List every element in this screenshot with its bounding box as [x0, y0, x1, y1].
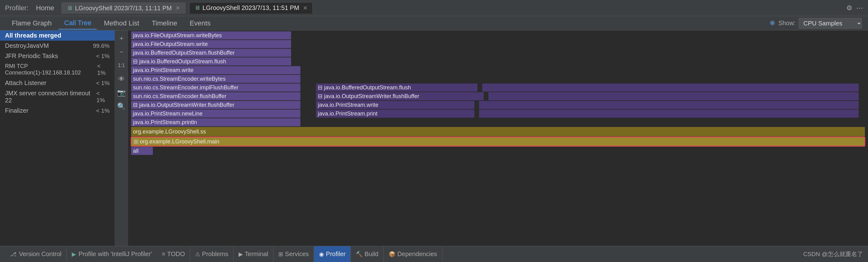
status-todo[interactable]: ≡ TODO: [157, 246, 190, 262]
status-terminal[interactable]: ▶ Terminal: [234, 246, 274, 262]
search-button[interactable]: 🔍: [116, 101, 127, 112]
tab-events[interactable]: Events: [184, 18, 216, 29]
status-services[interactable]: ⊞ Services: [273, 246, 314, 262]
thread-name-all: All threads merged: [5, 32, 61, 39]
show-label: Show:: [778, 20, 796, 27]
flame-bar-streamencoder-writebytes[interactable]: sun.nio.cs.StreamEncoder.writeBytes: [131, 75, 301, 83]
camera-button[interactable]: 📷: [116, 88, 127, 98]
play-icon: ▶: [72, 251, 76, 258]
thread-percent-finalizer: < 1%: [96, 107, 110, 114]
tab-1-close[interactable]: ✕: [176, 5, 180, 11]
problems-icon: ⚠: [195, 251, 200, 258]
flame-row-11: java.io.PrintStream.println: [128, 118, 868, 127]
thread-name-destroyjavavm: DestroyJavaVM: [5, 42, 49, 50]
thread-name-attach: Attach Listener: [5, 79, 46, 87]
flame-bar-fileoutputstream-writebytes[interactable]: java.io.FileOutputStream.writeBytes: [131, 31, 291, 39]
flame-bar-streamencoder-implflusbbuffer[interactable]: sun.nio.cs.StreamEncoder.implFlushBuffer: [131, 84, 301, 92]
settings-icon[interactable]: ⚙: [846, 4, 852, 12]
profiler-label: Profiler:: [5, 4, 29, 12]
side-toolbar: ＋ － 1:1 👁 📷 🔍: [115, 30, 128, 246]
thread-item-jmx[interactable]: JMX server connection timeout 22 < 1%: [0, 88, 115, 105]
thread-item-all[interactable]: All threads merged: [0, 30, 115, 41]
flame-row-4: ⊟ java.io.BufferedOutputStream.flush: [128, 57, 868, 66]
thread-item-jfr[interactable]: JFR Periodic Tasks < 1%: [0, 51, 115, 61]
flame-bar-fileoutputstream-write[interactable]: java.io.FileOutputStream.write: [131, 40, 291, 48]
dependencies-label: Dependencies: [397, 251, 437, 258]
flame-bar-purple-right2-8[interactable]: [488, 92, 859, 100]
toolbar: Flame Graph Call Tree Method List Timeli…: [0, 16, 868, 30]
flame-bar-outputstreamwriter-flushbuffer-right[interactable]: ⊟ java.io.OutputStreamWriter.flushBuffer: [316, 92, 484, 100]
flame-row-3: java.io.BufferedOutputStream.flushBuffer: [128, 48, 868, 57]
thread-item-attach[interactable]: Attach Listener < 1%: [0, 78, 115, 88]
freeze-icon[interactable]: ❄: [770, 19, 775, 27]
title-bar-right: ⚙ ⋯: [846, 4, 863, 12]
flame-row-5: java.io.PrintStream.write: [128, 66, 868, 74]
flame-row-12: org.example.LGroovyShell.ss: [128, 127, 868, 137]
todo-icon: ≡: [162, 251, 165, 257]
version-icon: ⎇: [10, 251, 17, 258]
tab-1-icon: 🖥: [67, 5, 72, 11]
call-tree-rows: java.io.FileOutputStream.writeBytes java…: [128, 31, 868, 155]
status-profiler[interactable]: ◉ Profiler: [314, 246, 351, 262]
thread-percent-attach: < 1%: [96, 80, 110, 87]
flame-bar-printstream-print-right[interactable]: java.io.PrintStream.print: [316, 109, 474, 118]
thread-name-finalizer: Finalizer: [5, 107, 29, 114]
status-dependencies[interactable]: 📦 Dependencies: [384, 246, 442, 262]
zoom-in-button[interactable]: ＋: [116, 33, 127, 43]
flame-bar-bufferedoutputstream-flushbuffer[interactable]: java.io.BufferedOutputStream.flushBuffer: [131, 49, 291, 57]
flame-bar-printstream-println[interactable]: java.io.PrintStream.println: [131, 118, 301, 126]
flame-bar-printstream-write[interactable]: java.io.PrintStream.write: [131, 66, 301, 74]
eye-button[interactable]: 👁: [116, 74, 127, 85]
profile-button-label: Profile with 'IntelliJ Profiler': [79, 251, 152, 258]
flame-bar-purple-right2-10[interactable]: [479, 109, 859, 118]
tab-timeline[interactable]: Timeline: [146, 18, 183, 29]
flame-bar-purple-right2-7[interactable]: [482, 84, 859, 92]
flame-row-10: java.io.PrintStream.newLine java.io.Prin…: [128, 109, 868, 118]
flame-bar-printstream-newline[interactable]: java.io.PrintStream.newLine: [131, 109, 301, 118]
thread-item-rmi[interactable]: RMI TCP Connection(1)-192.168.18.102 < 1…: [0, 61, 115, 78]
flame-row-1: java.io.FileOutputStream.writeBytes: [128, 31, 868, 40]
ratio-button[interactable]: 1:1: [116, 60, 127, 71]
thread-item-destroyjavavm[interactable]: DestroyJavaVM 99.6%: [0, 41, 115, 51]
zoom-out-button[interactable]: －: [116, 46, 127, 57]
thread-item-finalizer[interactable]: Finalizer < 1%: [0, 105, 115, 116]
call-tree-area[interactable]: java.io.FileOutputStream.writeBytes java…: [128, 30, 868, 246]
flame-bar-bufferedoutputstream-flush-right[interactable]: ⊟ java.io.BufferedOutputStream.flush: [316, 84, 477, 92]
flame-bar-lgroovyshell-main[interactable]: ⊟ org.example.LGroovyShell.main: [131, 137, 865, 146]
flame-bar-purple-right2-9[interactable]: [479, 101, 859, 109]
todo-label: TODO: [167, 251, 185, 258]
flame-row-7: sun.nio.cs.StreamEncoder.implFlushBuffer…: [128, 83, 868, 92]
flame-bar-printstream-write-right[interactable]: java.io.PrintStream.write: [316, 101, 474, 109]
thread-list: All threads merged DestroyJavaVM 99.6% J…: [0, 30, 115, 246]
cpu-samples-select[interactable]: CPU Samples Wall Time Allocated Memory: [799, 18, 862, 29]
tab-2[interactable]: 🖥 LGroovyShell 2023/7/13, 11:51 PM ✕: [189, 2, 313, 14]
build-label: Build: [364, 251, 378, 258]
home-tab[interactable]: Home: [32, 3, 58, 13]
flame-bar-lgroovyshell-ss[interactable]: org.example.LGroovyShell.ss: [131, 127, 865, 136]
title-bar: Profiler: Home 🖥 LGroovyShell 2023/7/13,…: [0, 0, 868, 16]
tab-2-close[interactable]: ✕: [303, 5, 308, 11]
profiler-status-icon: ◉: [319, 251, 324, 258]
tab-1-label: LGroovyShell 2023/7/13, 11:11 PM: [75, 5, 172, 12]
flame-bar-outputstreamwriter-flushbuffer[interactable]: ⊟ java.io.OutputStreamWriter.flushBuffer: [131, 101, 301, 109]
thread-percent-jfr: < 1%: [96, 53, 110, 60]
version-control[interactable]: ⎇ Version Control: [5, 246, 67, 262]
tab-method-list[interactable]: Method List: [98, 18, 145, 29]
thread-name-jfr: JFR Periodic Tasks: [5, 53, 58, 60]
terminal-icon: ▶: [239, 251, 243, 258]
thread-name-rmi: RMI TCP Connection(1)-192.168.18.102: [5, 63, 97, 76]
tab-flame-graph[interactable]: Flame Graph: [6, 18, 57, 29]
main-content: All threads merged DestroyJavaVM 99.6% J…: [0, 30, 868, 246]
tab-call-tree[interactable]: Call Tree: [58, 17, 97, 30]
profile-button[interactable]: ▶ Profile with 'IntelliJ Profiler': [67, 249, 157, 259]
status-bar-left: ⎇ Version Control ▶ Profile with 'Intell…: [5, 246, 442, 262]
status-build[interactable]: 🔨 Build: [351, 246, 383, 262]
flame-bar-bufferedoutputstream-flush[interactable]: ⊟ java.io.BufferedOutputStream.flush: [131, 58, 291, 65]
dependencies-icon: 📦: [389, 251, 396, 258]
flame-bar-all[interactable]: all: [131, 147, 153, 155]
status-problems[interactable]: ⚠ Problems: [190, 246, 233, 262]
flame-row-13: ⊟ org.example.LGroovyShell.main: [128, 137, 868, 146]
tab-1[interactable]: 🖥 LGroovyShell 2023/7/13, 11:11 PM ✕: [62, 2, 185, 14]
ellipsis-icon[interactable]: ⋯: [856, 4, 863, 12]
flame-bar-streamencoder-flushbuffer[interactable]: sun.nio.cs.StreamEncoder.flushBuffer: [131, 92, 301, 100]
